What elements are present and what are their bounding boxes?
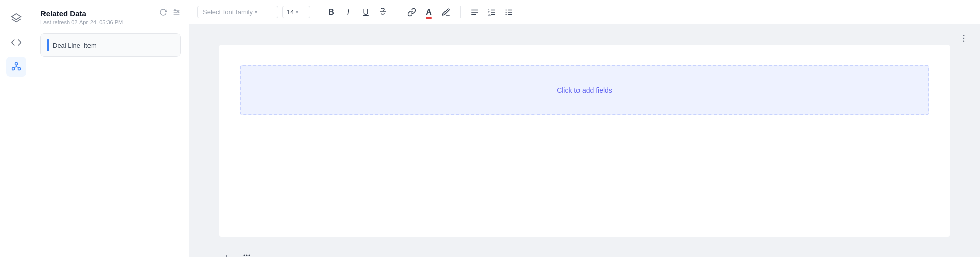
add-fields-text: Click to add fields xyxy=(557,86,612,94)
svg-text:3.: 3. xyxy=(488,13,491,16)
sidebar-diagram-icon[interactable] xyxy=(6,57,26,77)
panel-subtitle: Last refresh 02-Apr-24, 05:36 PM xyxy=(40,19,181,25)
underline-button[interactable]: U xyxy=(358,4,374,20)
svg-point-27 xyxy=(506,11,507,12)
svg-point-34 xyxy=(249,255,250,256)
svg-line-5 xyxy=(13,67,16,68)
font-family-dropdown[interactable]: Select font family ▾ xyxy=(197,6,278,18)
related-data-panel: Related Data xyxy=(32,0,189,257)
add-element-button[interactable]: + xyxy=(219,251,234,257)
toolbar-insert-group: A xyxy=(404,4,454,20)
svg-point-31 xyxy=(963,41,965,42)
italic-button[interactable]: I xyxy=(340,4,357,20)
panel-header: Related Data xyxy=(40,8,181,25)
toolbar-format-group: B I U xyxy=(323,4,391,20)
svg-point-32 xyxy=(244,255,245,256)
svg-point-33 xyxy=(246,255,248,256)
link-button[interactable] xyxy=(404,4,420,20)
panel-header-icons xyxy=(159,8,181,18)
sidebar-code-icon[interactable] xyxy=(6,32,26,53)
bold-button[interactable]: B xyxy=(323,4,339,20)
svg-point-29 xyxy=(963,35,965,36)
page-container: Click to add fields xyxy=(219,45,950,237)
main-content: Select font family ▾ 14 ▾ B I U xyxy=(189,0,980,257)
svg-rect-1 xyxy=(12,68,14,70)
more-menu-button[interactable] xyxy=(956,30,972,47)
data-item-bar xyxy=(47,39,49,51)
settings-icon[interactable] xyxy=(172,8,181,18)
add-fields-box[interactable]: Click to add fields xyxy=(240,65,929,115)
svg-rect-2 xyxy=(18,68,20,70)
font-size-label: 14 xyxy=(287,8,294,16)
font-color-button[interactable]: A xyxy=(421,4,437,20)
svg-rect-3 xyxy=(15,63,17,65)
font-size-dropdown[interactable]: 14 ▾ xyxy=(282,6,310,18)
svg-point-26 xyxy=(506,9,507,10)
grid-button[interactable] xyxy=(240,251,254,257)
font-size-arrow: ▾ xyxy=(296,9,298,15)
refresh-icon[interactable] xyxy=(159,8,167,18)
svg-point-28 xyxy=(506,14,507,15)
sidebar-layers-icon[interactable] xyxy=(6,8,26,28)
font-family-arrow: ▾ xyxy=(255,9,257,15)
ordered-list-button[interactable]: 1. 2. 3. xyxy=(484,4,500,20)
sidebar xyxy=(0,0,32,257)
toolbar-font-group: Select font family ▾ 14 ▾ xyxy=(197,6,310,18)
toolbar-align-group: 1. 2. 3. xyxy=(467,4,517,20)
highlight-button[interactable] xyxy=(438,4,454,20)
toolbar-divider-3 xyxy=(460,6,461,18)
svg-line-6 xyxy=(16,67,19,68)
align-button[interactable] xyxy=(467,4,483,20)
unordered-list-button[interactable] xyxy=(501,4,517,20)
svg-marker-0 xyxy=(11,14,20,20)
data-item-label: Deal Line_item xyxy=(53,41,97,49)
font-family-label: Select font family xyxy=(203,8,253,16)
data-item-deal-lineitem[interactable]: Deal Line_item xyxy=(40,33,181,57)
strikethrough-button[interactable] xyxy=(375,4,391,20)
svg-point-10 xyxy=(177,12,179,13)
editor-area: Click to add fields + xyxy=(189,24,980,257)
toolbar: Select font family ▾ 14 ▾ B I U xyxy=(189,0,980,24)
svg-point-9 xyxy=(174,10,176,11)
svg-point-30 xyxy=(963,38,965,39)
bottom-toolbar: + xyxy=(219,247,950,257)
toolbar-divider-2 xyxy=(397,6,397,18)
panel-title: Related Data xyxy=(40,9,86,18)
toolbar-divider-1 xyxy=(317,6,317,18)
